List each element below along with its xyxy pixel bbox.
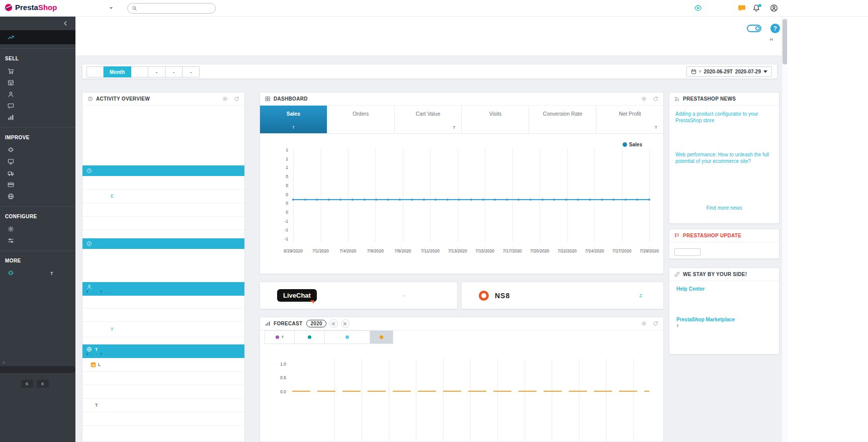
- sidebar-collapse-button[interactable]: [0, 17, 75, 30]
- activity-link[interactable]: E: [111, 194, 114, 199]
- panel-settings-icon[interactable]: [641, 321, 647, 326]
- range-button--[interactable]: -: [183, 66, 200, 77]
- sidebar-item-dashboard[interactable]: [0, 30, 75, 44]
- forecast-tab-1[interactable]: [295, 330, 325, 344]
- sidebar-item-puzzle[interactable]: [0, 144, 75, 156]
- activity-row: [82, 372, 244, 385]
- ns8-module-card[interactable]: NS8 Z: [461, 282, 664, 309]
- activity-row-label: T: [95, 403, 98, 408]
- data-point: [364, 199, 366, 201]
- forecast-tab-0[interactable]: T: [265, 330, 295, 344]
- activity-row: [82, 309, 244, 322]
- sidebar-item-gear[interactable]: [0, 223, 75, 235]
- range-button-Month[interactable]: Month: [104, 66, 131, 77]
- livechat-module-card[interactable]: LiveChat -: [259, 282, 458, 309]
- x-axis-tick: 7/13/2020: [443, 248, 473, 253]
- activity-row: [82, 412, 244, 426]
- gridline: [525, 359, 525, 442]
- sidebar-footer-button-0[interactable]: E: [21, 380, 33, 388]
- data-point: [506, 199, 508, 201]
- x-axis-tick: 7/22/2020: [552, 248, 582, 253]
- panel-refresh-icon[interactable]: [234, 96, 239, 102]
- panel-refresh-icon[interactable]: [653, 321, 658, 326]
- activity-link[interactable]: T: [111, 327, 114, 332]
- news-article-link[interactable]: Adding a product configurator to your Pr…: [675, 111, 773, 124]
- double-chevron-left-icon: [331, 321, 336, 326]
- range-button--[interactable]: -: [165, 66, 183, 77]
- scrollbar-thumb[interactable]: [783, 19, 787, 64]
- search-box[interactable]: [127, 3, 216, 14]
- forecast-prev-button[interactable]: [329, 319, 338, 328]
- prestashop-logo[interactable]: PrestaShop: [5, 3, 57, 12]
- gridline: [567, 148, 568, 242]
- gridline: [321, 148, 321, 242]
- y-axis-tick: 1: [264, 147, 288, 152]
- sidebar-section-sell: SELL: [0, 49, 75, 65]
- sidebar-item-truck[interactable]: [0, 167, 75, 179]
- sidebar-item-module[interactable]: T: [0, 268, 75, 279]
- data-point: [648, 199, 650, 201]
- sidebar-item-store[interactable]: [0, 77, 75, 89]
- clock-icon: [88, 96, 93, 102]
- data-point: [601, 199, 603, 201]
- gridline: [633, 359, 634, 442]
- debug-eye-icon[interactable]: [694, 4, 702, 12]
- sidebar-item-globe[interactable]: [0, 191, 75, 202]
- messages-icon[interactable]: [738, 4, 746, 12]
- gridline: [375, 148, 376, 242]
- update-button[interactable]: [674, 248, 701, 256]
- forecast-tab-3[interactable]: [370, 330, 393, 344]
- support-link[interactable]: Help Center: [676, 286, 705, 292]
- sidebar-item-message[interactable]: [0, 100, 75, 112]
- data-point: [339, 199, 341, 201]
- activity-row-label: L: [98, 362, 101, 367]
- news-article-link[interactable]: Web performance: How to unleash the full…: [675, 151, 773, 164]
- find-more-news-link[interactable]: Find more news: [669, 205, 779, 211]
- livechat-tail-icon: [310, 300, 314, 304]
- sidebar-item-stats[interactable]: [0, 112, 75, 123]
- sidebar-item-monitor[interactable]: [0, 156, 75, 167]
- puzzle-icon: [8, 147, 14, 153]
- sidebar-footer-button-1[interactable]: E: [37, 380, 49, 388]
- scrollbar-track[interactable]: [782, 17, 788, 442]
- chevron-left-icon: [62, 20, 69, 27]
- range-button--[interactable]: -: [148, 66, 165, 77]
- range-button-2[interactable]: [131, 66, 148, 77]
- search-input[interactable]: [140, 6, 211, 11]
- globe-icon: [8, 193, 14, 200]
- gridline: [606, 359, 606, 442]
- x-axis-tick: 7/15/2020: [470, 248, 500, 253]
- date-range-picker[interactable]: F 2020-06-29T 2020-07-29: [686, 66, 772, 77]
- sidebar-item-sliders[interactable]: [0, 235, 75, 246]
- panel-settings-icon[interactable]: [222, 96, 228, 102]
- forecast-tab-2[interactable]: [325, 330, 370, 344]
- help-button[interactable]: ?: [770, 24, 780, 33]
- top-header: PrestaShop: [0, 0, 868, 17]
- help-label: H: [770, 37, 773, 42]
- support-link[interactable]: PrestaShop Marketplace: [676, 317, 735, 322]
- activity-row: T: [82, 322, 244, 337]
- range-button-0[interactable]: [86, 66, 104, 77]
- notifications-button[interactable]: [752, 5, 760, 14]
- x-axis-tick: 7/27/2020: [607, 248, 637, 253]
- forecast-next-button[interactable]: [341, 319, 350, 328]
- y-axis-tick: -1: [264, 236, 288, 241]
- data-point: [435, 199, 437, 201]
- sidebar-item-cart[interactable]: [0, 65, 75, 77]
- truck-icon: [8, 170, 14, 176]
- data-point: [458, 199, 460, 201]
- y-axis-tick: 0.0: [266, 389, 286, 394]
- y-axis-tick: -1: [264, 219, 288, 224]
- sidebar-item-customer[interactable]: [0, 89, 75, 100]
- account-icon[interactable]: [770, 4, 778, 12]
- data-point: [636, 199, 638, 201]
- sidebar-item-card[interactable]: [0, 179, 75, 191]
- y-axis-tick: 0: [264, 210, 288, 215]
- y-axis-tick: 0: [264, 174, 288, 179]
- demo-mode-toggle[interactable]: [747, 25, 761, 32]
- sidebar-footer-bar: [0, 366, 75, 373]
- quick-access-caret-icon[interactable]: [109, 6, 114, 11]
- series-dot-icon: [345, 335, 349, 339]
- gridline: [389, 359, 389, 442]
- gridline: [512, 148, 513, 242]
